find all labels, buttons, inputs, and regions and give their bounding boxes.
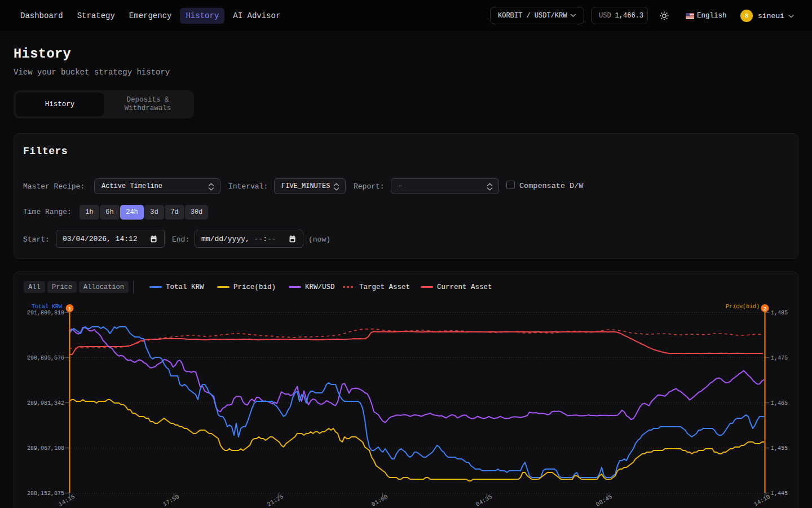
svg-text:01:00: 01:00 bbox=[370, 493, 389, 508]
svg-text:291,809,810: 291,809,810 bbox=[27, 310, 64, 316]
svg-text:288,152,875: 288,152,875 bbox=[27, 491, 64, 497]
svg-text:04:35: 04:35 bbox=[475, 493, 493, 508]
svg-text:Total KRW: Total KRW bbox=[32, 304, 62, 310]
svg-text:21:25: 21:25 bbox=[266, 493, 285, 508]
svg-text:2: 2 bbox=[764, 306, 767, 312]
svg-text:1,475: 1,475 bbox=[771, 355, 788, 361]
svg-text:290,895,576: 290,895,576 bbox=[27, 355, 64, 361]
svg-text:289,067,108: 289,067,108 bbox=[27, 445, 64, 452]
svg-text:1: 1 bbox=[68, 306, 72, 312]
svg-text:1,455: 1,455 bbox=[771, 445, 788, 452]
svg-text:1,485: 1,485 bbox=[771, 310, 788, 316]
svg-text:14:10: 14:10 bbox=[753, 493, 771, 508]
svg-text:17:50: 17:50 bbox=[162, 493, 180, 508]
svg-text:1,465: 1,465 bbox=[771, 400, 788, 406]
svg-text:1,445: 1,445 bbox=[771, 491, 788, 497]
svg-text:08:45: 08:45 bbox=[595, 493, 614, 508]
svg-text:289,981,342: 289,981,342 bbox=[27, 400, 64, 406]
svg-text:Price(bid): Price(bid) bbox=[726, 304, 760, 310]
